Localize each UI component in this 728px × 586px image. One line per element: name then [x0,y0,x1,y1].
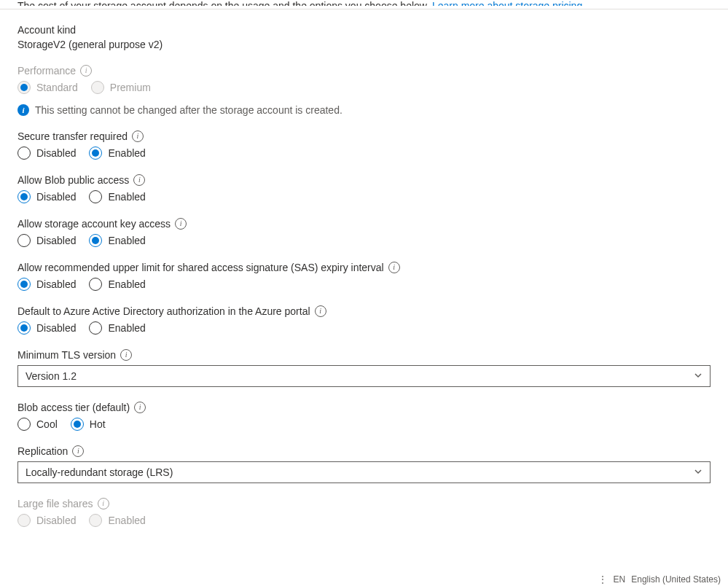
replication-select-value: Locally-redundant storage (LRS) [26,466,173,478]
secure-transfer-options: Disabled Enabled [17,146,711,160]
large-file-shares-disabled-radio: Disabled [17,514,76,527]
radio-label: Premium [110,82,151,93]
radio-label: Hot [90,418,106,430]
replication-label: Replication [17,445,68,457]
large-file-shares-label-row: Large file shares i [17,498,711,509]
blob-tier-label: Blob access tier (default) [17,402,130,413]
info-icon[interactable]: i [388,262,400,273]
radio-label: Disabled [36,235,76,246]
aad-auth-label: Default to Azure Active Directory author… [17,305,310,317]
radio-label: Disabled [36,191,76,203]
sas-expiry-label: Allow recommended upper limit for shared… [17,262,384,273]
divider [0,9,728,9]
top-pricing-note: The cost of your storage account depends… [17,0,711,6]
info-icon[interactable]: i [315,305,326,317]
replication-label-row: Replication i [17,445,711,457]
info-icon[interactable]: i [175,218,187,230]
secure-transfer-disabled-radio[interactable]: Disabled [17,146,76,160]
performance-label: Performance [17,65,76,77]
info-icon[interactable]: i [134,402,146,413]
secure-transfer-label-row: Secure transfer required i [17,130,711,142]
performance-premium-radio: Premium [91,81,151,94]
sas-expiry-enabled-radio[interactable]: Enabled [89,278,145,291]
performance-standard-radio: Standard [17,81,78,94]
blob-public-access-label: Allow Blob public access [17,174,129,186]
aad-auth-label-row: Default to Azure Active Directory author… [17,305,711,317]
radio-label: Disabled [36,515,76,526]
performance-note-text: This setting cannot be changed after the… [35,104,343,116]
radio-label: Enabled [108,235,145,246]
info-icon[interactable]: i [72,445,84,457]
key-access-disabled-radio[interactable]: Disabled [17,234,76,247]
large-file-shares-options: Disabled Enabled [17,514,711,527]
key-access-label-row: Allow storage account key access i [17,218,711,230]
chevron-down-icon [694,467,702,478]
sas-expiry-disabled-radio[interactable]: Disabled [17,278,76,291]
blob-public-access-enabled-radio[interactable]: Enabled [89,190,145,203]
radio-label: Enabled [108,278,145,290]
blob-public-access-options: Disabled Enabled [17,190,711,203]
blob-tier-label-row: Blob access tier (default) i [17,402,711,413]
large-file-shares-enabled-radio: Enabled [89,514,145,527]
aad-auth-disabled-radio[interactable]: Disabled [17,321,76,335]
info-icon[interactable]: i [80,65,92,77]
key-access-options: Disabled Enabled [17,234,711,247]
blob-public-access-label-row: Allow Blob public access i [17,174,711,186]
account-kind-label: Account kind [17,24,711,36]
aad-auth-options: Disabled Enabled [17,321,711,335]
performance-options: Standard Premium [17,81,711,94]
radio-label: Standard [36,82,78,93]
learn-more-link[interactable]: Learn more about storage pricing [432,0,582,6]
blob-tier-hot-radio[interactable]: Hot [71,418,106,431]
info-icon[interactable]: i [98,498,109,509]
performance-note: i This setting cannot be changed after t… [17,104,711,116]
secure-transfer-label: Secure transfer required [17,130,128,142]
info-icon[interactable]: i [120,349,132,361]
radio-label: Cool [36,418,58,430]
blob-tier-cool-radio[interactable]: Cool [17,418,58,431]
key-access-label: Allow storage account key access [17,218,171,230]
aad-auth-enabled-radio[interactable]: Enabled [89,321,145,335]
radio-label: Enabled [108,322,145,334]
top-pricing-text: The cost of your storage account depends… [17,0,429,6]
radio-label: Disabled [36,278,76,290]
blob-tier-options: Cool Hot [17,418,711,431]
info-filled-icon: i [17,104,29,116]
key-access-enabled-radio[interactable]: Enabled [89,234,145,247]
tls-label: Minimum TLS version [17,349,116,361]
performance-label-row: Performance i [17,65,711,77]
chevron-down-icon [694,371,702,382]
secure-transfer-enabled-radio[interactable]: Enabled [89,146,145,160]
radio-label: Enabled [108,191,145,203]
radio-label: Enabled [108,147,145,159]
sas-expiry-label-row: Allow recommended upper limit for shared… [17,262,711,273]
radio-label: Enabled [108,515,145,526]
tls-select-value: Version 1.2 [26,370,77,382]
sas-expiry-options: Disabled Enabled [17,278,711,291]
account-kind-value: StorageV2 (general purpose v2) [17,39,711,50]
tls-select[interactable]: Version 1.2 [17,365,711,387]
tls-label-row: Minimum TLS version i [17,349,711,361]
info-icon[interactable]: i [133,174,145,186]
large-file-shares-label: Large file shares [17,498,93,509]
info-icon[interactable]: i [132,130,144,142]
replication-select[interactable]: Locally-redundant storage (LRS) [17,461,711,483]
blob-public-access-disabled-radio[interactable]: Disabled [17,190,76,203]
radio-label: Disabled [36,322,76,334]
radio-label: Disabled [36,147,76,159]
